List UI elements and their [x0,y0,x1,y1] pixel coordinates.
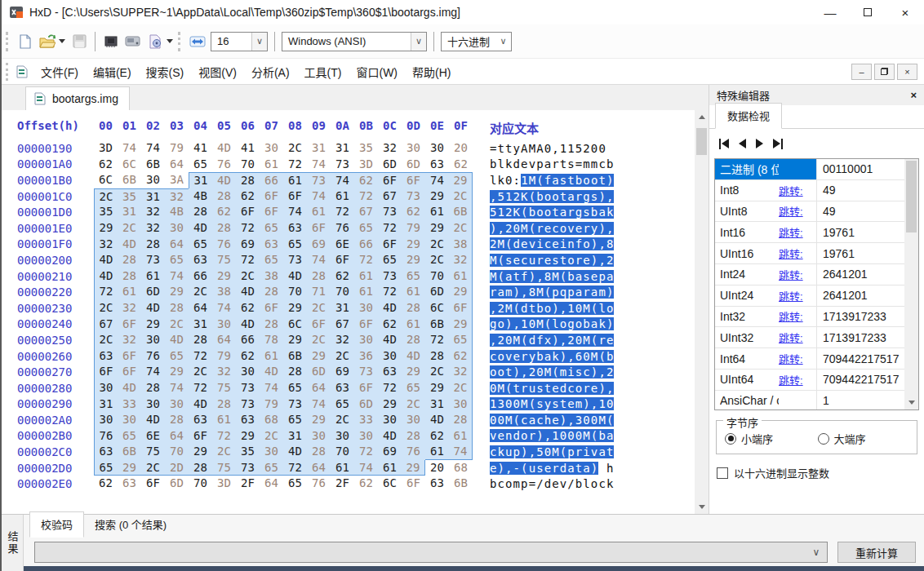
jump-link[interactable]: 跳转: [779,330,803,345]
hex-byte[interactable]: 32 [118,332,141,348]
hex-byte[interactable]: 29 [307,412,331,428]
hex-byte[interactable]: 65 [94,460,118,476]
hex-byte[interactable]: 69 [236,237,260,253]
maximize-button[interactable] [849,0,886,24]
hex-byte[interactable]: 74 [307,188,331,205]
hex-byte[interactable]: 72 [378,284,402,300]
hex-byte[interactable]: 29 [402,252,425,268]
hex-byte[interactable]: 28 [165,300,189,316]
inspector-value[interactable]: 1713917233 [816,327,904,347]
inspector-row[interactable]: UInt24跳转:2641201 [715,286,904,307]
hex-byte[interactable]: 6C [378,476,402,492]
hex-byte[interactable]: 61 [449,428,473,445]
hex-byte[interactable]: 61 [354,284,378,300]
export-button[interactable] [144,30,166,52]
text-column-row[interactable]: =ttyAMA0,115200 [490,142,614,155]
inspector-row[interactable]: UInt32跳转:1713917233 [715,327,904,348]
inspector-value[interactable]: 1713917233 [816,307,904,327]
hex-byte[interactable]: 2C [236,268,260,285]
hex-byte[interactable]: 6F [94,364,118,380]
disk-button[interactable] [122,30,144,52]
results-tab-1[interactable]: 校验码 [29,511,84,538]
hex-byte[interactable]: 28 [118,268,141,285]
hex-byte[interactable]: 78 [260,332,283,348]
menu-item-1[interactable]: 文件(F) [33,60,86,84]
hex-byte[interactable]: 64 [260,476,283,492]
scrollbar-thumb[interactable] [696,128,707,155]
export-dropdown-arrow[interactable] [167,39,173,43]
hex-byte[interactable]: 74 [118,140,141,157]
hex-byte[interactable]: 2C [449,188,473,205]
hex-byte[interactable]: 73 [354,364,378,380]
hex-byte[interactable]: 2C [449,380,473,396]
hex-byte[interactable]: 35 [354,140,378,157]
hex-byte[interactable]: 72 [425,332,449,348]
hex-byte[interactable]: 65 [283,476,307,492]
hex-byte[interactable]: 32 [94,237,118,253]
hex-byte[interactable]: 4B [189,188,212,205]
hex-byte[interactable]: 73 [141,252,165,268]
hex-byte[interactable]: 73 [236,396,260,413]
hex-byte[interactable]: 63 [189,412,212,428]
hex-byte[interactable]: 30 [165,396,189,413]
hex-byte[interactable]: 28 [118,252,141,268]
hex-byte[interactable]: 62 [212,204,236,220]
hex-byte[interactable]: 2C [307,300,331,316]
menu-item-2[interactable]: 编辑(E) [86,60,139,84]
hex-byte[interactable]: 28 [212,220,236,237]
hex-byte[interactable]: 4D [189,396,212,413]
hex-byte[interactable]: 73 [402,188,425,205]
hex-byte[interactable]: 61 [402,316,425,333]
menu-item-4[interactable]: 视图(V) [191,60,244,84]
hex-byte[interactable]: 72 [378,220,402,237]
bytes-per-row-combo[interactable]: 16 ∨ [211,32,268,51]
hex-vertical-scrollbar[interactable] [695,110,709,514]
hex-byte[interactable]: 62 [425,428,449,445]
hex-byte[interactable]: 29 [189,444,212,460]
inspector-row[interactable]: Int16跳转:19761 [715,222,904,243]
hex-byte[interactable]: 65 [402,268,425,285]
hex-byte[interactable]: 73 [378,204,402,220]
hex-byte[interactable]: 76 [141,348,165,365]
hex-byte[interactable]: 4D [378,300,402,316]
inspector-row[interactable]: Int32跳转:1713917233 [715,307,904,328]
hex-byte[interactable]: 76 [331,220,354,237]
hex-byte[interactable]: 4D [283,444,307,460]
hex-byte[interactable]: 4D [212,140,236,157]
hex-byte[interactable]: 6F [260,204,283,220]
hex-byte[interactable]: 70 [236,157,260,173]
hex-byte[interactable]: 2C [260,428,283,445]
hex-byte[interactable]: 2C [141,460,165,476]
hex-byte[interactable]: 75 [141,444,165,460]
hex-byte[interactable]: 74 [141,364,165,380]
hex-byte[interactable]: 29 [402,460,425,476]
results-vertical-tab[interactable]: 结果 [2,515,24,571]
hex-byte[interactable]: 29 [236,428,260,445]
hex-byte[interactable]: 67 [378,188,402,205]
hex-byte[interactable]: 65 [118,428,141,445]
hex-byte[interactable]: 66 [354,237,378,253]
hex-byte[interactable]: 4D [94,268,118,285]
hex-byte[interactable]: 4D [141,412,165,428]
hex-byte[interactable]: 6B [425,316,449,333]
hex-byte[interactable]: 65 [260,252,283,268]
inspector-row[interactable]: Int64跳转:709442217517 [715,348,904,370]
hex-byte[interactable]: 65 [189,237,212,253]
jump-link[interactable]: 跳转: [779,246,803,261]
inspector-value[interactable]: 709442217517 [816,348,904,369]
hex-byte[interactable]: 70 [425,268,449,285]
hex-byte[interactable]: 4D [378,428,402,445]
hex-byte[interactable]: 28 [212,396,236,413]
hex-byte[interactable]: 65 [402,380,425,396]
hex-byte[interactable]: 31 [283,428,307,445]
hex-byte[interactable]: 73 [331,157,354,173]
inspector-row[interactable]: Int8跳转:49 [715,180,904,201]
toolbar-grip-2[interactable] [178,32,182,51]
hex-byte[interactable]: 38 [260,268,283,285]
hex-byte[interactable]: 79 [165,140,189,157]
hex-byte[interactable]: 6B [118,172,141,188]
hex-byte[interactable]: 6D [378,157,402,173]
hex-byte[interactable]: 41 [236,140,260,157]
menu-item-5[interactable]: 分析(A) [244,60,297,84]
hex-byte[interactable]: 64 [165,157,189,173]
